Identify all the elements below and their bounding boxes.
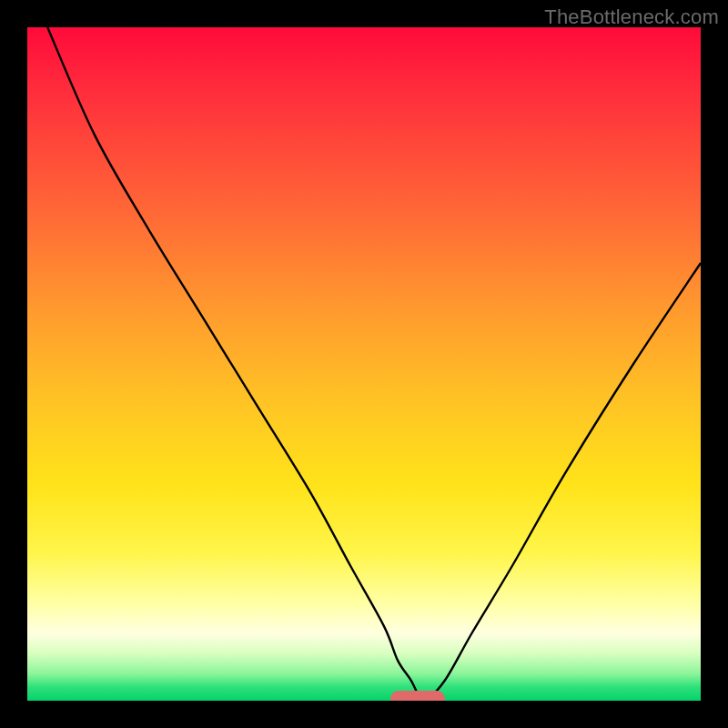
plot-area [27,27,701,701]
chart-frame: TheBottleneck.com [0,0,728,728]
minimum-marker [390,691,445,701]
curve-path [47,27,701,701]
bottleneck-curve [27,27,701,701]
watermark-text: TheBottleneck.com [544,5,719,29]
